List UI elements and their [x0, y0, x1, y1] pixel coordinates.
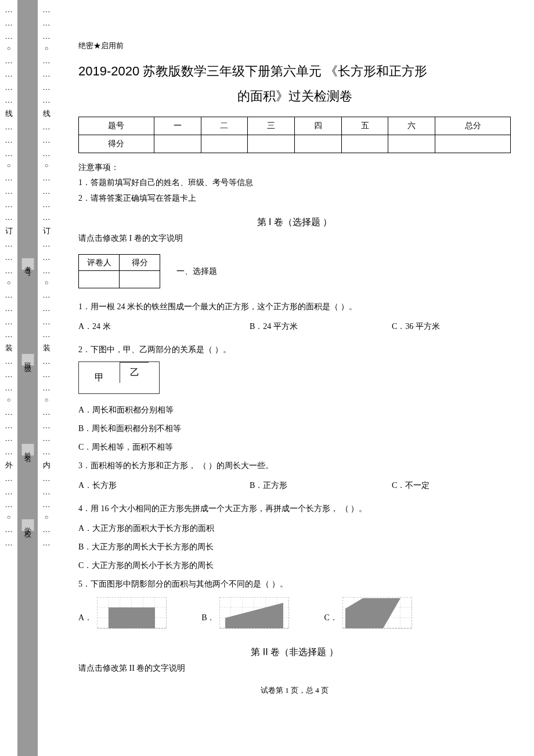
q2-option-b: B．周长和面积都分别不相等 [78, 421, 511, 437]
q1-option-b: B．24 平方米 [197, 319, 369, 335]
section-1-title: 第 I 卷（选择题 ） [78, 216, 511, 229]
q5-option-c-label: C． [324, 613, 337, 623]
score-header: 四 [294, 117, 341, 135]
question-5-stem: 5．下面图形中阴影部分的面积与其他两个不同的是（ ）。 [78, 576, 511, 592]
grader-header: 评卷人 [79, 255, 120, 271]
score-header: 总分 [435, 117, 511, 135]
svg-rect-1 [109, 607, 155, 628]
page-footer: 试卷第 1 页，总 4 页 [78, 685, 511, 696]
notes-block: 注意事项： 1．答题前填写好自己的姓名、班级、考号等信息 2．请将答案正确填写在… [78, 160, 511, 207]
score-header: 三 [248, 117, 295, 135]
q5-figure-c [342, 597, 412, 629]
label-class: 班级 [21, 354, 34, 366]
question-2-stem: 2．下图中，甲、乙两部分的关系是（ ）。 [78, 342, 511, 358]
score-row-label: 得分 [79, 135, 154, 153]
question-4-stem: 4．用 16 个大小相同的正方形先拼成一个大正方形，再拼成一个长方形， （ ）。 [78, 501, 511, 517]
exam-title-line1: 2019-2020 苏教版数学三年级下册第六单元 《长方形和正方形 [78, 60, 511, 83]
exam-title-line2: 的面积》过关检测卷 [78, 88, 511, 105]
score-cell [341, 135, 388, 153]
score-cell [388, 135, 435, 153]
score-cell [248, 135, 295, 153]
score-header: 二 [201, 117, 248, 135]
q3-option-b: B．正方形 [197, 478, 369, 494]
part-1-label: 一、选择题 [176, 266, 217, 277]
q2-option-c: C．周长相等，面积不相等 [78, 439, 511, 455]
score-header: 题号 [79, 117, 154, 135]
label-name: 姓名 [21, 444, 34, 455]
section-2-title: 第 II 卷（非选择题 ） [78, 646, 511, 659]
score-summary-table: 题号 一 二 三 四 五 六 总分 得分 [78, 117, 511, 153]
grader-cell [79, 271, 120, 288]
q5-option-a-label: A． [78, 613, 92, 623]
notes-item: 2．请将答案正确填写在答题卡上 [78, 191, 511, 207]
score-cell [435, 135, 511, 153]
shaded-binding-column: 考号 班级 姓名 学校 [17, 0, 38, 756]
q4-option-c: C．大正方形的周长小于长方形的周长 [78, 558, 511, 574]
notes-item: 1．答题前填写好自己的姓名、班级、考号等信息 [78, 175, 511, 191]
q5-figure-b [219, 597, 289, 629]
grader-cell [120, 271, 160, 288]
q5-option-b-label: B． [201, 613, 215, 623]
exam-content: 绝密★启用前 2019-2020 苏教版数学三年级下册第六单元 《长方形和正方形… [55, 0, 534, 756]
label-exam-id: 考号 [21, 258, 34, 270]
q2-figure-yi: 乙 [120, 362, 149, 383]
question-1-stem: 1．用一根 24 米长的铁丝围成一个最大的正方形，这个正方形的面积是（ ）。 [78, 299, 511, 315]
q1-option-a: A．24 米 [78, 319, 197, 335]
score-header: 六 [388, 117, 435, 135]
grader-score-table: 评卷人 得分 [78, 254, 160, 288]
section-2-instruction: 请点击修改第 II 卷的文字说明 [78, 663, 511, 674]
q2-option-a: A．周长和面积都分别相等 [78, 402, 511, 418]
q3-option-c: C．不一定 [369, 478, 511, 494]
q3-option-a: A．长方形 [78, 478, 197, 494]
score-header: 一 [154, 117, 201, 135]
label-school: 学校 [21, 519, 34, 531]
q1-option-c: C．36 平方米 [369, 319, 511, 335]
score-cell [201, 135, 248, 153]
score-cell [154, 135, 201, 153]
grader-header: 得分 [120, 255, 160, 271]
q5-figure-a [97, 597, 167, 629]
question-3-stem: 3．面积相等的长方形和正方形， （ ）的周长大一些。 [78, 458, 511, 474]
outer-binding-margin: ……… ○ ………… 线 ……… ○ ………… 订 ……… ○ ………… 装 …… [0, 0, 17, 756]
q4-option-a: A．大正方形的面积大于长方形的面积 [78, 520, 511, 537]
secret-label: 绝密★启用前 [78, 41, 511, 51]
q4-option-b: B．大正方形的周长大于长方形的周长 [78, 539, 511, 555]
score-header: 五 [341, 117, 388, 135]
notes-title: 注意事项： [78, 160, 511, 176]
q2-figure-jia: 甲 [79, 362, 120, 393]
score-cell [294, 135, 341, 153]
section-1-instruction: 请点击修改第 I 卷的文字说明 [78, 233, 511, 244]
q2-figure: 甲 乙 [78, 361, 160, 394]
inner-binding-margin: ……… ○ ………… 线 ……… ○ ………… 订 ……… ○ ………… 装 …… [38, 0, 55, 756]
